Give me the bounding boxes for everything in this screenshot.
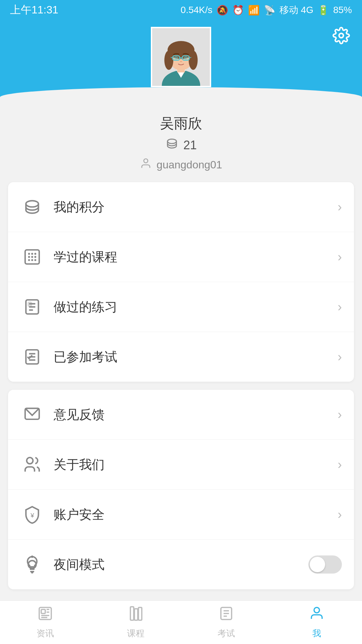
security-menu-icon: ¥ [20,502,44,527]
username: 吴雨欣 [160,114,202,133]
svg-point-17 [26,201,38,207]
svg-rect-32 [28,302,31,306]
exams-menu-icon [20,345,44,369]
svg-text:¥: ¥ [30,512,34,519]
menu-item-studied-courses[interactable]: 学过的课程 › [8,232,354,282]
toggle-knob [310,557,325,572]
points-menu-icon [20,195,44,219]
profile-section: 吴雨欣 21 guangdong01 [0,107,362,182]
menu-label-night-mode: 夜间模式 [54,556,308,573]
feedback-menu-icon [20,402,44,427]
status-icons: 0.54K/s 🔕 ⏰ 📶 📡 移动 4G 🔋 85% [181,4,352,16]
menu-card-group2: 意见反馈 › 关于我们 › ¥ 账户安全 › [8,390,354,589]
points-coin-icon [165,137,179,153]
menu-label-account-security: 账户安全 [54,506,338,523]
menu-item-feedback[interactable]: 意见反馈 › [8,390,354,440]
menu-label-about-us: 关于我们 [54,456,338,473]
nav-item-exams[interactable]: 考试 [181,601,272,644]
menu-label-done-exercises: 做过的练习 [54,299,338,316]
svg-point-12 [174,56,178,60]
svg-point-0 [339,34,344,38]
arrow-icon-account-security: › [338,507,342,522]
svg-rect-45 [41,609,45,613]
network-speed: 0.54K/s [181,5,213,15]
menu-item-about-us[interactable]: 关于我们 › [8,440,354,490]
network-type: 移动 4G [280,4,313,16]
bottom-navigation: 资讯 课程 考试 [0,600,362,644]
nav-icon-exams [218,605,234,625]
nav-icon-news [37,605,53,625]
night-mode-toggle[interactable] [308,555,342,574]
user-id-row: guangdong01 [140,157,222,172]
menu-item-participated-exams[interactable]: 已参加考试 › [8,332,354,382]
nav-item-news[interactable]: 资讯 [0,601,90,644]
user-id: guangdong01 [157,159,222,171]
svg-rect-52 [138,607,142,620]
svg-point-14 [180,61,182,62]
exercises-menu-icon [20,295,44,319]
menu-item-account-security[interactable]: ¥ 账户安全 › [8,490,354,540]
menu-item-night-mode[interactable]: 夜间模式 [8,540,354,589]
menu-label-feedback: 意见反馈 [54,406,338,423]
courses-menu-icon [20,245,44,269]
svg-point-16 [144,159,148,163]
nav-label-me: 我 [312,628,321,639]
points-value: 21 [183,138,197,152]
arrow-icon-about-us: › [338,458,342,472]
svg-rect-3 [177,66,185,72]
user-icon [140,157,152,172]
menu-card-group1: 我的积分 › 学过的课程 › [8,182,354,382]
menu-label-studied-courses: 学过的课程 [54,249,338,266]
svg-point-6 [189,51,198,70]
status-time: 上午11:31 [10,3,58,17]
menu-label-my-points: 我的积分 [54,199,338,216]
about-menu-icon [20,452,44,477]
avatar[interactable] [151,27,211,87]
nav-label-news: 资讯 [37,628,54,639]
settings-icon[interactable] [333,27,350,48]
nav-label-exams: 考试 [218,628,235,639]
wifi-icon: 📶 [248,5,260,16]
nav-icon-courses [128,605,144,625]
battery-icon: 🔋 [317,5,329,16]
menu-label-participated-exams: 已参加考试 [54,348,338,366]
alarm-icon: ⏰ [232,5,244,16]
svg-rect-51 [134,609,138,620]
menu-item-my-points[interactable]: 我的积分 › [8,182,354,232]
profile-header [0,20,362,107]
mute-icon: 🔕 [217,5,228,16]
header-curve [0,87,362,107]
signal-icon: 📡 [264,5,276,16]
nav-item-courses[interactable]: 课程 [90,601,181,644]
arrow-icon-participated-exams: › [338,350,342,364]
status-bar: 上午11:31 0.54K/s 🔕 ⏰ 📶 📡 移动 4G 🔋 85% [0,0,362,20]
svg-point-5 [164,51,173,70]
nav-icon-me [309,605,325,625]
night-menu-icon [20,552,44,577]
menu-item-done-exercises[interactable]: 做过的练习 › [8,282,354,332]
arrow-icon-feedback: › [338,408,342,422]
svg-point-57 [314,607,319,613]
points-row: 21 [165,137,197,153]
nav-label-courses: 课程 [127,628,144,639]
arrow-icon-my-points: › [338,200,342,214]
arrow-icon-done-exercises: › [338,300,342,314]
svg-point-13 [184,56,188,60]
nav-item-me[interactable]: 我 [272,601,362,644]
svg-rect-50 [130,607,134,620]
svg-point-15 [168,139,177,144]
battery-level: 85% [333,5,352,15]
svg-point-38 [27,458,33,464]
arrow-icon-studied-courses: › [338,250,342,264]
